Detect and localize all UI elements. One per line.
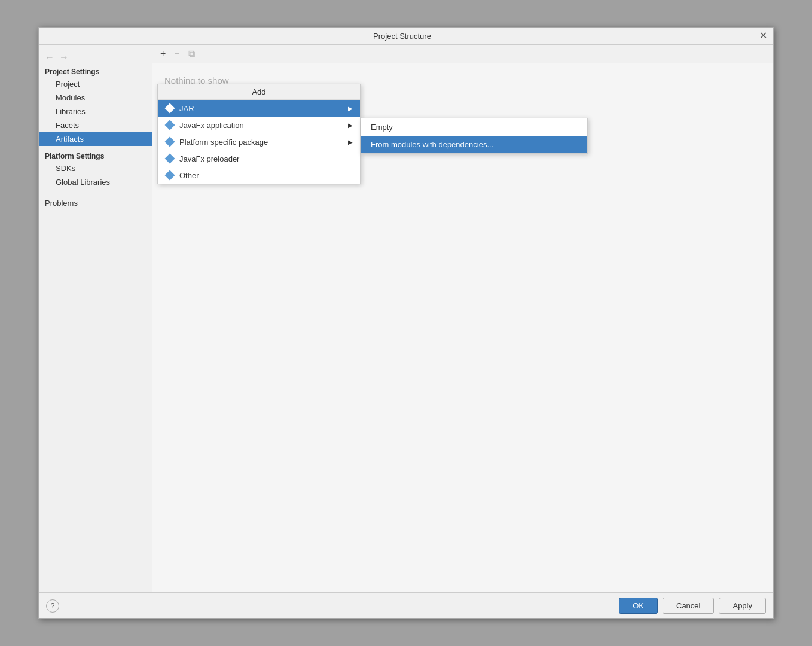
dialog-title: Project Structure <box>45 32 759 41</box>
toolbar: + − ⧉ <box>152 45 773 63</box>
copy-button[interactable]: ⧉ <box>185 47 198 60</box>
sidebar-item-sdks[interactable]: SDKs <box>39 162 152 175</box>
menu-item-javafx-app[interactable]: JavaFx application ▶ <box>158 117 360 133</box>
diamond-icon <box>165 103 175 114</box>
menu-item-javafx-preloader[interactable]: JavaFx preloader <box>158 150 360 167</box>
cancel-button[interactable]: Cancel <box>663 598 714 614</box>
help-button[interactable]: ? <box>46 599 59 613</box>
preloader-icon <box>165 154 175 163</box>
main-panel: + − ⧉ Nothing to show Add <box>152 45 773 592</box>
apply-button[interactable]: Apply <box>719 598 766 614</box>
menu-item-jar[interactable]: JAR ▶ <box>158 100 360 117</box>
bottom-left: ? <box>46 599 59 613</box>
diamond-icon-4 <box>165 154 175 164</box>
add-menu: Add JAR ▶ <box>157 84 361 184</box>
sidebar-item-artifacts[interactable]: Artifacts <box>39 132 152 146</box>
sidebar-item-facets[interactable]: Facets <box>39 118 152 132</box>
sidebar-item-libraries[interactable]: Libraries <box>39 105 152 118</box>
bottom-right: OK Cancel Apply <box>619 598 766 614</box>
content-area: ← → Project Settings Project Modules Lib… <box>39 45 773 592</box>
sidebar-item-project[interactable]: Project <box>39 77 152 91</box>
jar-icon <box>165 103 175 113</box>
diamond-icon-3 <box>165 137 175 147</box>
remove-button[interactable]: − <box>171 47 182 60</box>
nav-arrows: ← → <box>39 50 152 65</box>
jar-submenu-arrow: ▶ <box>348 105 353 112</box>
add-button[interactable]: + <box>157 47 169 60</box>
title-bar: Project Structure ✕ <box>39 28 773 45</box>
platform-submenu-arrow: ▶ <box>348 139 353 145</box>
submenu-item-empty[interactable]: Empty <box>361 118 587 136</box>
javafx-submenu-arrow: ▶ <box>348 122 353 129</box>
other-icon <box>165 170 175 180</box>
project-structure-dialog: Project Structure ✕ ← → Project Settings… <box>38 27 774 619</box>
platform-settings-label: Platform Settings <box>39 150 152 162</box>
platform-icon <box>165 137 175 147</box>
bottom-bar: ? OK Cancel Apply <box>39 592 773 618</box>
javafx-icon <box>165 120 175 130</box>
menu-item-platform-package[interactable]: Platform specific package ▶ <box>158 133 360 150</box>
back-button[interactable]: ← <box>44 52 56 63</box>
add-dropdown: Add JAR ▶ <box>157 84 361 184</box>
jar-submenu: Empty From modules with dependencies... <box>361 118 588 154</box>
sidebar-item-problems[interactable]: Problems <box>39 196 152 210</box>
ok-button[interactable]: OK <box>619 598 658 614</box>
sidebar-divider-2 <box>39 189 152 193</box>
menu-item-other[interactable]: Other <box>158 167 360 184</box>
add-menu-title: Add <box>158 84 360 100</box>
forward-button[interactable]: → <box>58 52 70 63</box>
close-button[interactable]: ✕ <box>759 31 767 41</box>
diamond-icon-2 <box>165 120 175 130</box>
diamond-icon-5 <box>165 170 175 181</box>
sidebar-item-modules[interactable]: Modules <box>39 91 152 105</box>
sidebar-item-global-libraries[interactable]: Global Libraries <box>39 175 152 189</box>
project-settings-label: Project Settings <box>39 65 152 77</box>
main-content: Nothing to show Add JAR ▶ <box>152 63 773 592</box>
submenu-item-from-modules[interactable]: From modules with dependencies... <box>361 136 587 153</box>
sidebar: ← → Project Settings Project Modules Lib… <box>39 45 152 592</box>
